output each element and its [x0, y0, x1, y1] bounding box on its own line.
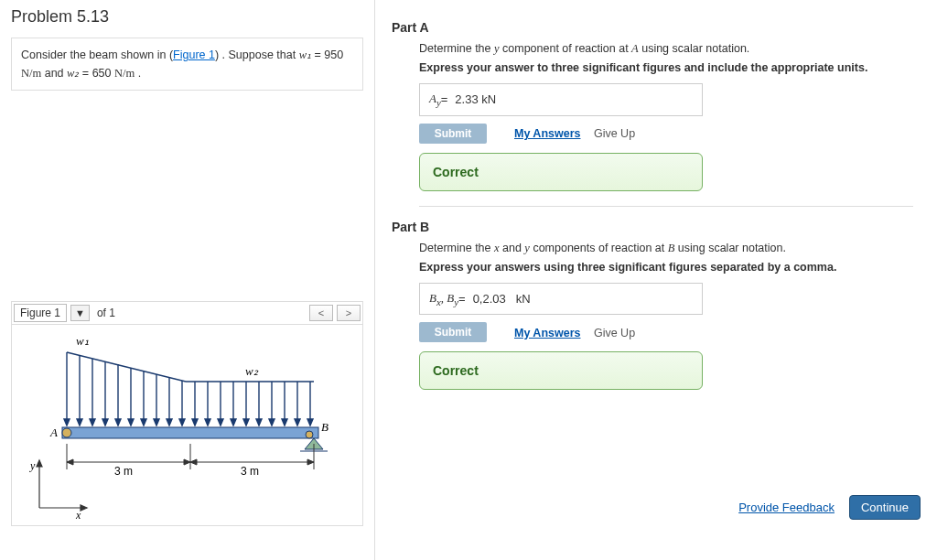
w1-eq: = 950 — [311, 48, 343, 61]
part-a-prompt: Determine the y component of reaction at… — [419, 42, 921, 56]
left-pane: Problem 5.13 Consider the beam shown in … — [0, 0, 375, 560]
part-a-answer: Ay = 2.33 kN — [419, 83, 703, 116]
w2-name: w₂ — [67, 67, 79, 80]
pb-value: 0,2.03 — [473, 292, 506, 306]
svg-marker-55 — [307, 459, 314, 465]
part-b-answer: Bx, By = 0,2.03 kN — [419, 283, 703, 316]
svg-marker-23 — [192, 419, 198, 425]
part-a-feedback: Correct — [419, 153, 703, 191]
svg-marker-3 — [64, 419, 70, 425]
svg-point-45 — [306, 431, 313, 438]
part-b-submit[interactable]: Submit — [419, 322, 487, 342]
figure-of: of 1 — [93, 307, 119, 319]
svg-marker-59 — [81, 505, 87, 511]
svg-marker-9 — [102, 419, 108, 425]
label-w2: w₂ — [245, 364, 259, 378]
problem-title: Problem 5.13 — [11, 7, 363, 27]
pb-eq: = — [458, 292, 466, 306]
svg-marker-27 — [218, 419, 223, 425]
part-b-buttons: Submit My Answers Give Up — [419, 322, 921, 342]
svg-marker-31 — [243, 419, 249, 425]
part-b-prompt: Determine the x and y components of reac… — [419, 242, 921, 255]
svg-marker-39 — [295, 419, 300, 425]
w2-eq: = 650 — [79, 67, 114, 80]
continue-button[interactable]: Continue — [849, 495, 921, 520]
pa-pre: Determine the — [419, 42, 494, 55]
pb-and: and — [500, 242, 525, 254]
beam-diagram: w₁ w₂ A B 3 m 3 m y x — [12, 325, 363, 526]
label-dim1: 3 m — [114, 465, 133, 478]
svg-marker-33 — [256, 419, 262, 425]
pa-post: using scalar notation. — [639, 42, 750, 55]
figure-next[interactable]: > — [337, 305, 361, 321]
pb-mid: components of reaction at — [530, 242, 668, 254]
pa-pt: A — [631, 42, 639, 55]
svg-marker-11 — [115, 419, 121, 425]
part-b-my-answers[interactable]: My Answers — [514, 327, 580, 339]
label-B: B — [321, 420, 328, 434]
figure-body: w₁ w₂ A B 3 m 3 m y x — [11, 325, 363, 526]
part-a-title: Part A — [392, 20, 921, 35]
pb-vl: B — [429, 291, 436, 305]
part-a-my-answers[interactable]: My Answers — [514, 127, 580, 140]
part-b-instruction: Express your answers using three signifi… — [419, 261, 921, 274]
w2-unit: N/m — [114, 67, 135, 80]
pa-varlabel: A — [429, 92, 436, 105]
svg-marker-13 — [128, 419, 134, 425]
part-a-submit[interactable]: Submit — [419, 124, 487, 144]
svg-marker-25 — [205, 419, 210, 425]
label-y: y — [29, 459, 36, 472]
svg-marker-41 — [307, 419, 313, 425]
pb-post: using scalar notation. — [674, 242, 786, 254]
svg-marker-35 — [269, 419, 275, 425]
figure-link[interactable]: Figure 1 — [173, 48, 215, 61]
svg-line-0 — [67, 352, 186, 382]
part-a-give-up[interactable]: Give Up — [594, 127, 635, 140]
w1-name: w₁ — [299, 48, 311, 61]
pa-mid: component of reaction at — [500, 42, 632, 55]
pb-unit: kN — [516, 292, 531, 306]
figure-label: Figure 1 — [14, 304, 67, 322]
svg-marker-7 — [90, 419, 95, 425]
provide-feedback-link[interactable]: Provide Feedback — [738, 501, 835, 514]
separator-a — [419, 206, 913, 207]
svg-marker-15 — [141, 419, 146, 425]
figure-prev[interactable]: < — [309, 305, 333, 321]
label-dim2: 3 m — [241, 465, 259, 478]
pa-value: 2.33 kN — [455, 92, 496, 106]
intro-text2: ) . Suppose that — [215, 48, 299, 61]
pa-eq: = — [441, 92, 448, 106]
svg-point-43 — [62, 428, 71, 437]
label-A: A — [49, 425, 58, 439]
svg-marker-52 — [67, 459, 73, 465]
label-w1: w₁ — [76, 334, 89, 348]
part-b-give-up[interactable]: Give Up — [594, 327, 635, 339]
svg-marker-29 — [231, 419, 236, 425]
svg-marker-19 — [167, 419, 172, 425]
part-a-buttons: Submit My Answers Give Up — [419, 124, 921, 144]
intro-text: Consider the beam shown in ( — [21, 48, 173, 61]
pb-pre: Determine the — [419, 242, 494, 254]
svg-marker-54 — [190, 459, 197, 465]
footer: Provide Feedback Continue — [738, 495, 921, 520]
pb-usp — [506, 292, 516, 306]
svg-marker-5 — [77, 419, 82, 425]
part-b-title: Part B — [392, 220, 921, 234]
label-x: x — [75, 509, 81, 522]
svg-rect-42 — [62, 427, 318, 438]
intro-end: . — [135, 67, 141, 80]
svg-marker-17 — [154, 419, 159, 425]
right-pane: Part A Determine the y component of reac… — [375, 0, 937, 560]
figure-dropdown[interactable]: ▼ — [70, 305, 90, 321]
figure-toolbar: Figure 1 ▼ of 1 < > — [11, 301, 363, 325]
w1-unit: N/m — [21, 67, 41, 80]
problem-intro: Consider the beam shown in (Figure 1) . … — [11, 38, 363, 91]
intro-and: and — [41, 67, 67, 80]
svg-marker-37 — [282, 419, 287, 425]
svg-marker-57 — [37, 460, 42, 467]
part-b-feedback: Correct — [419, 351, 703, 390]
part-a-instruction: Express your answer to three significant… — [419, 61, 921, 74]
svg-marker-21 — [179, 419, 185, 425]
